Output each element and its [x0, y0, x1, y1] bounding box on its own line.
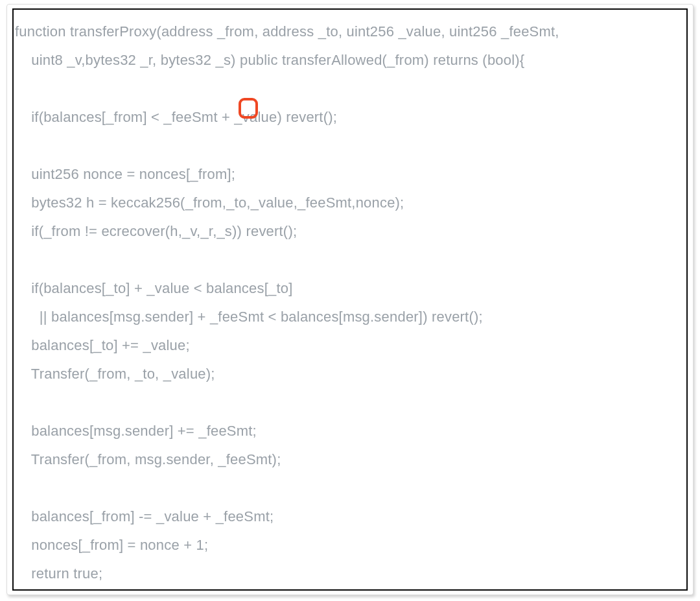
code-block: function transferProxy(address _from, ad…: [14, 10, 686, 591]
code-card: function transferProxy(address _from, ad…: [6, 4, 694, 595]
code-frame: function transferProxy(address _from, ad…: [12, 8, 688, 591]
